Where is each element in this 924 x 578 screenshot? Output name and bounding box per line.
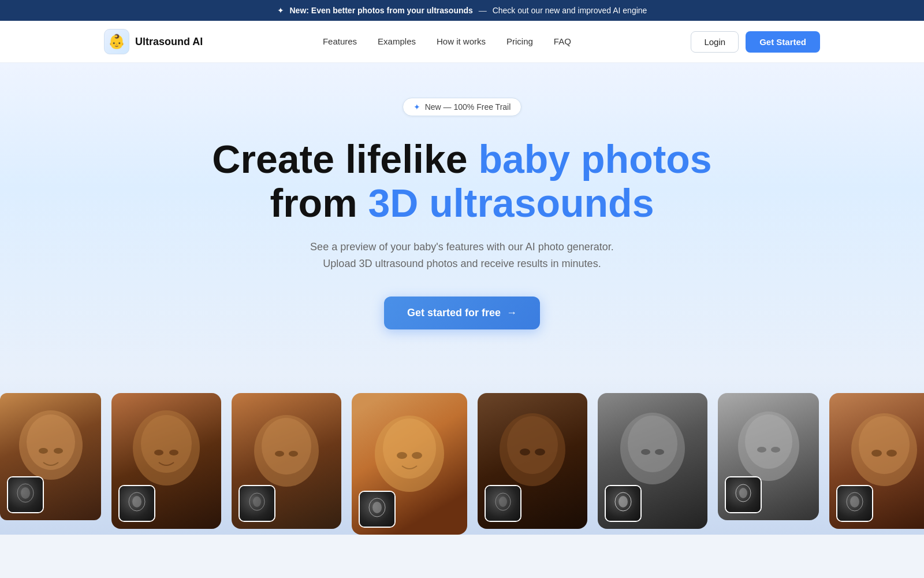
login-button[interactable]: Login bbox=[691, 31, 739, 53]
nav-links-list: Features Examples How it works Pricing F… bbox=[323, 36, 571, 47]
announcement-banner: ✦ New: Even better photos from your ultr… bbox=[0, 0, 924, 21]
gallery-item-1 bbox=[0, 393, 101, 520]
hero-badge: ✦ New — 100% Free Trail bbox=[403, 98, 522, 116]
svg-point-9 bbox=[169, 450, 178, 455]
svg-point-25 bbox=[507, 416, 558, 474]
nav-actions: Login Get Started bbox=[691, 31, 820, 53]
svg-point-33 bbox=[655, 449, 664, 455]
ultrasound-thumbnail-7 bbox=[725, 476, 762, 513]
gallery-item-7 bbox=[718, 393, 819, 520]
banner-dash: — bbox=[479, 6, 487, 15]
svg-point-32 bbox=[641, 449, 650, 455]
ultrasound-thumbnail-3 bbox=[239, 485, 275, 522]
svg-point-39 bbox=[771, 447, 780, 453]
nav-examples-link[interactable]: Examples bbox=[378, 36, 416, 46]
banner-star-icon: ✦ bbox=[277, 6, 284, 15]
svg-point-27 bbox=[535, 449, 545, 455]
svg-point-21 bbox=[412, 452, 422, 459]
banner-rest-text: Check out our new and improved AI engine bbox=[493, 6, 647, 15]
photo-gallery bbox=[0, 393, 924, 535]
svg-point-44 bbox=[871, 450, 882, 457]
svg-point-31 bbox=[628, 416, 677, 472]
main-nav: 👶 Ultrasound AI Features Examples How it… bbox=[0, 21, 924, 63]
gallery-item-4 bbox=[352, 393, 467, 535]
svg-point-3 bbox=[54, 448, 63, 454]
nav-faq-link[interactable]: FAQ bbox=[554, 36, 571, 46]
svg-point-37 bbox=[745, 414, 792, 469]
svg-point-38 bbox=[757, 447, 766, 453]
nav-how-it-works-link[interactable]: How it works bbox=[437, 36, 486, 46]
svg-point-1 bbox=[27, 414, 75, 470]
gallery-item-8 bbox=[829, 393, 924, 529]
nav-pricing-link[interactable]: Pricing bbox=[506, 36, 533, 46]
hero-section: ✦ New — 100% Free Trail Create lifelike … bbox=[0, 63, 924, 376]
ultrasound-thumbnail-5 bbox=[485, 485, 521, 522]
ultrasound-thumbnail-6 bbox=[605, 485, 642, 522]
logo-text: Ultrasound AI bbox=[135, 36, 203, 48]
svg-point-45 bbox=[886, 450, 897, 457]
svg-point-11 bbox=[132, 496, 141, 507]
hero-title-highlight2: 3D ultrasounds bbox=[368, 181, 654, 225]
hero-subtitle: See a preview of your baby's features wi… bbox=[300, 239, 624, 272]
hero-cta-label: Get started for free bbox=[407, 307, 501, 319]
svg-point-41 bbox=[739, 488, 747, 498]
logo-icon: 👶 bbox=[104, 29, 129, 54]
hero-title: Create lifelike baby photos from 3D ultr… bbox=[12, 137, 912, 225]
svg-point-2 bbox=[39, 448, 48, 454]
svg-point-8 bbox=[154, 450, 163, 455]
svg-point-5 bbox=[21, 487, 30, 499]
gallery-item-2 bbox=[111, 393, 221, 529]
hero-cta-button[interactable]: Get started for free → bbox=[384, 297, 540, 329]
svg-point-13 bbox=[262, 418, 311, 475]
hero-cta-arrow: → bbox=[506, 307, 517, 319]
ultrasound-thumbnail-2 bbox=[118, 485, 155, 522]
svg-point-29 bbox=[499, 497, 507, 507]
svg-point-17 bbox=[253, 497, 261, 507]
gallery-item-5 bbox=[478, 393, 587, 529]
ultrasound-thumbnail-1 bbox=[7, 476, 44, 513]
svg-point-47 bbox=[850, 496, 859, 507]
gallery-item-3 bbox=[232, 393, 341, 529]
sparkle-icon: ✦ bbox=[413, 102, 420, 112]
banner-bold-text: New: Even better photos from your ultras… bbox=[290, 6, 473, 15]
get-started-button[interactable]: Get Started bbox=[746, 31, 820, 53]
hero-title-part1: Create lifelike bbox=[212, 137, 478, 181]
svg-point-14 bbox=[275, 451, 284, 457]
svg-point-23 bbox=[372, 502, 382, 513]
ultrasound-thumbnail-8 bbox=[836, 485, 873, 522]
logo-link[interactable]: 👶 Ultrasound AI bbox=[104, 29, 203, 54]
nav-features-link[interactable]: Features bbox=[323, 36, 357, 46]
ultrasound-thumbnail-4 bbox=[359, 491, 396, 528]
svg-point-35 bbox=[619, 496, 628, 507]
svg-point-26 bbox=[520, 449, 530, 455]
hero-title-highlight1: baby photos bbox=[478, 137, 711, 181]
svg-point-20 bbox=[397, 452, 407, 459]
svg-point-15 bbox=[289, 451, 298, 457]
gallery-item-6 bbox=[598, 393, 707, 529]
hero-badge-text: New — 100% Free Trail bbox=[425, 102, 511, 112]
svg-point-43 bbox=[859, 416, 910, 474]
svg-point-7 bbox=[141, 415, 192, 473]
svg-point-19 bbox=[383, 418, 436, 479]
hero-title-part2: from bbox=[270, 181, 368, 225]
